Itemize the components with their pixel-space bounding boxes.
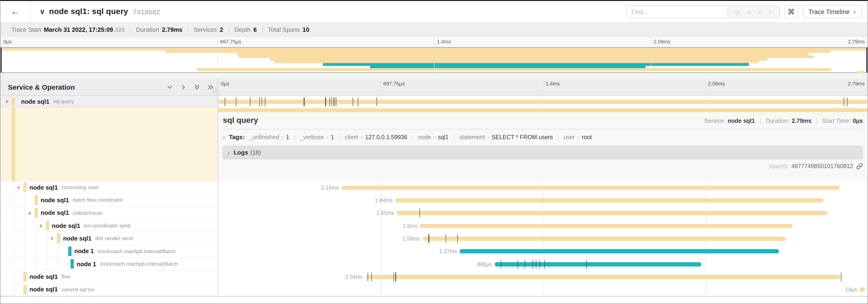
log-marker — [236, 97, 236, 106]
span-tree-cell[interactable]: ∨ node sql1 sql query — [0, 96, 218, 107]
log-marker — [533, 260, 533, 269]
match-highlight-icon[interactable]: ◎ — [731, 8, 743, 15]
axis-tick-label: 2.79ms — [848, 81, 865, 87]
tag-item: statement=SELECT * FROM users — [459, 134, 553, 140]
stat-value: 2 — [220, 26, 223, 33]
span-row[interactable]: node sql1batch flow coordinator1.84ms — [0, 194, 868, 207]
operation-name: /cockroach.roachpb.Internal/Batch — [98, 248, 176, 254]
span-bar[interactable] — [218, 99, 868, 104]
span-bar[interactable] — [420, 224, 792, 228]
span-row[interactable]: node 1/cockroach.roachpb.Internal/Batch8… — [0, 258, 868, 271]
stat-label: Services — [194, 26, 217, 33]
timeline-gridline — [705, 258, 706, 271]
span-bar[interactable] — [423, 237, 786, 241]
axis-tick-label: 1.4ms — [546, 81, 560, 87]
log-marker — [336, 97, 336, 106]
span-bar[interactable] — [495, 262, 701, 266]
chevron-down-icon[interactable]: ∨ — [5, 99, 9, 104]
chevron-down-icon[interactable]: ∨ — [17, 185, 20, 190]
span-row[interactable]: node 1/cockroach.roachpb.Internal/Batch1… — [0, 245, 868, 258]
span-tree-cell[interactable]: node 1/cockroach.roachpb.Internal/Batch — [0, 245, 218, 258]
span-tree-cell[interactable]: node sql1commit sql txn — [0, 283, 218, 296]
span-tree-cell[interactable]: ∨node sql1consuming rows — [0, 181, 218, 194]
log-marker — [250, 97, 250, 106]
span-tree-cell[interactable]: node sql1flow — [0, 271, 218, 283]
span-bar-cell — [218, 96, 868, 107]
keyboard-shortcuts-button[interactable]: ⌘ — [784, 5, 798, 18]
span-bar[interactable] — [460, 249, 778, 254]
find-input[interactable] — [627, 6, 727, 18]
service-name: node 1 — [74, 248, 94, 255]
log-marker — [536, 260, 536, 269]
column-resize-grip[interactable] — [213, 88, 216, 93]
span-row-sql-query[interactable]: ∨ node sql1 sql query — [0, 96, 868, 107]
chevron-right-icon: › — [223, 133, 225, 141]
tag-key: client — [345, 134, 358, 140]
find-clear-icon[interactable]: × — [765, 8, 775, 15]
span-tree-cell[interactable]: ∨node sql1dist sender send — [0, 232, 218, 245]
service-name: node sql1 — [63, 235, 91, 242]
divider — [294, 134, 295, 141]
link-icon[interactable] — [856, 163, 863, 170]
service-name: node 1 — [76, 260, 96, 267]
axis-tick-label: 2.09ms — [654, 39, 671, 44]
stat-value: March 31 2022, 17:25:09 — [44, 26, 113, 33]
chevron-down-icon[interactable]: ∨ — [28, 210, 32, 215]
span-bar[interactable] — [860, 288, 865, 292]
timeline-gridline — [380, 283, 381, 296]
span-duration-label: 1.6ms — [403, 223, 417, 229]
span-tree-cell[interactable]: node sql1batch flow coordinator — [0, 194, 218, 207]
log-marker — [457, 234, 458, 243]
logs-section[interactable]: › Logs (18) — [223, 146, 863, 159]
span-row[interactable]: ∨node sql1colbatchscan1.85ms — [0, 207, 868, 219]
service-operation-header: Service & Operation — [0, 78, 218, 95]
span-color-chip — [35, 208, 38, 217]
minimap-span-bar — [274, 61, 758, 63]
tag-value: sql1 — [438, 134, 448, 140]
axis-tick-label: 0μs — [3, 39, 12, 44]
log-marker — [544, 260, 545, 269]
find-next-icon[interactable]: ∨ — [754, 8, 765, 15]
minimap-canvas[interactable] — [0, 47, 868, 73]
span-row[interactable]: ∨node sql1dist sender send1.56ms — [0, 232, 868, 245]
viewport-scrubber-left[interactable] — [0, 47, 2, 72]
axis-tick-label: 1.4ms — [437, 39, 451, 44]
find-prev-icon[interactable]: ∧ — [743, 8, 754, 15]
span-id-label: SpanID: — [769, 163, 789, 170]
collapse-all-icon[interactable] — [193, 83, 200, 90]
span-bar[interactable] — [397, 211, 827, 215]
span-row[interactable]: ∨node sql1consuming rows2.14ms — [0, 181, 868, 194]
timeline-gridline — [380, 78, 381, 95]
span-row[interactable]: node sql1commit sql txn14μs — [0, 283, 868, 296]
span-color-chip — [57, 234, 60, 243]
span-detail-panel: sql query Service:node sql1 Duration:2.7… — [218, 107, 868, 181]
logs-title: Logs — [234, 149, 248, 156]
stat-label: Depth — [234, 26, 250, 33]
tag-item: user=root — [564, 134, 592, 140]
viewport-scrubber-right[interactable] — [866, 47, 868, 72]
tags-section[interactable]: › Tags: _unfinished=1_verbose=1client=12… — [223, 129, 863, 145]
stat-duration: Duration 2.79ms — [131, 26, 188, 33]
span-tree-cell[interactable]: ∨node sql1txn coordinator send — [0, 219, 218, 232]
log-marker — [326, 97, 326, 106]
chevron-down-icon[interactable]: ∨ — [51, 236, 54, 241]
stat-label: Total Spans — [268, 26, 300, 33]
span-color-chip — [23, 272, 27, 281]
chevron-down-icon[interactable]: ∨ — [39, 223, 43, 228]
stat-value-muted: .326 — [113, 26, 125, 33]
span-tree-cell[interactable]: ∨node sql1colbatchscan — [0, 207, 218, 219]
span-tree-cell[interactable]: node 1/cockroach.roachpb.Internal/Batch — [0, 258, 218, 271]
timeline-gridline — [705, 283, 706, 296]
tag-key: _unfinished — [249, 134, 279, 140]
back-button[interactable]: ← — [0, 1, 30, 23]
span-bar[interactable] — [396, 198, 824, 202]
view-selector-button[interactable]: Trace Timeline ∨ — [803, 5, 862, 18]
span-row[interactable]: ∨node sql1txn coordinator send1.6ms — [0, 219, 868, 232]
collapse-trace-icon[interactable]: ∨ — [40, 7, 45, 16]
span-row[interactable]: node sql1flow2.04ms — [0, 271, 868, 283]
span-bar[interactable] — [341, 185, 839, 190]
equals-sign: = — [577, 134, 580, 140]
collapse-one-icon[interactable] — [166, 83, 173, 90]
span-bar[interactable] — [366, 275, 840, 279]
expand-one-icon[interactable] — [180, 83, 187, 90]
